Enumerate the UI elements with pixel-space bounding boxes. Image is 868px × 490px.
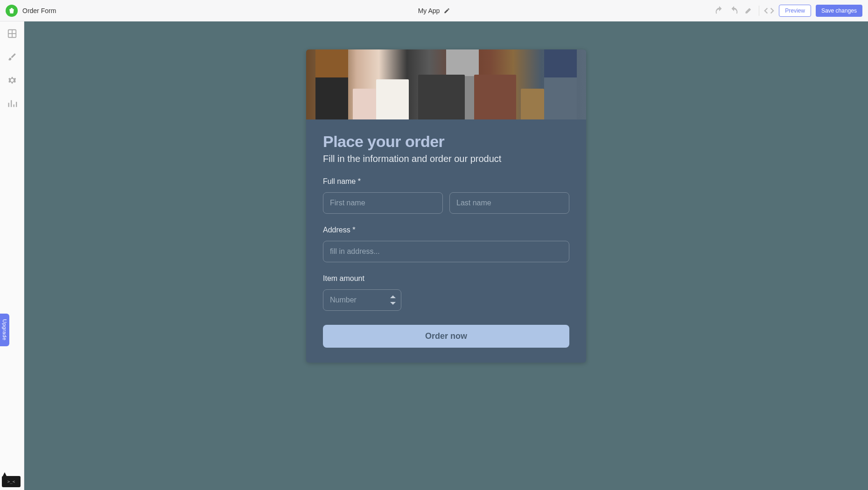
- topbar-left: Order Form: [6, 5, 56, 17]
- grid-icon[interactable]: [7, 28, 18, 39]
- save-button[interactable]: Save changes: [816, 5, 862, 17]
- address-label: Address *: [323, 226, 569, 234]
- gear-icon[interactable]: [7, 75, 18, 86]
- toolbar-divider: [759, 6, 759, 16]
- corner-badge[interactable]: >_<: [2, 476, 21, 487]
- chart-icon[interactable]: [7, 98, 18, 109]
- hammer-icon[interactable]: [744, 6, 754, 16]
- quantity-stepper: [389, 294, 397, 306]
- first-name-input[interactable]: [323, 192, 443, 214]
- undo-icon[interactable]: [714, 6, 724, 16]
- form-title: Place your order: [323, 133, 569, 151]
- sidebar: [0, 21, 24, 490]
- order-now-button[interactable]: Order now: [323, 325, 569, 348]
- topbar: Order Form My App Preview Save changes: [0, 0, 868, 21]
- brush-icon[interactable]: [7, 51, 18, 63]
- form-card: Place your order Fill in the information…: [306, 49, 586, 363]
- full-name-label: Full name *: [323, 177, 569, 186]
- topbar-right: Preview Save changes: [714, 5, 862, 17]
- address-row: [323, 241, 569, 262]
- address-input[interactable]: [323, 241, 569, 262]
- chevron-up-icon[interactable]: [389, 294, 397, 300]
- corner-badge-text: >_<: [7, 479, 15, 484]
- chevron-down-icon[interactable]: [389, 301, 397, 306]
- item-amount-wrapper: [323, 289, 401, 311]
- edit-name-icon[interactable]: [443, 7, 450, 14]
- item-amount-label: Item amount: [323, 274, 569, 283]
- preview-button[interactable]: Preview: [779, 5, 811, 17]
- page-name: Order Form: [22, 7, 56, 14]
- last-name-input[interactable]: [449, 192, 569, 214]
- app-name: My App: [418, 7, 440, 14]
- code-icon[interactable]: [764, 6, 774, 16]
- canvas[interactable]: Place your order Fill in the information…: [24, 21, 868, 490]
- card-body: Place your order Fill in the information…: [306, 119, 586, 363]
- full-name-row: [323, 192, 569, 214]
- form-subtitle: Fill in the information and order our pr…: [323, 154, 569, 164]
- logo-icon: [8, 7, 15, 14]
- redo-icon[interactable]: [729, 6, 739, 16]
- upgrade-button[interactable]: Upgrade: [0, 314, 9, 346]
- app-logo[interactable]: [6, 5, 18, 17]
- topbar-center: My App: [418, 7, 450, 14]
- hero-image: [306, 49, 586, 119]
